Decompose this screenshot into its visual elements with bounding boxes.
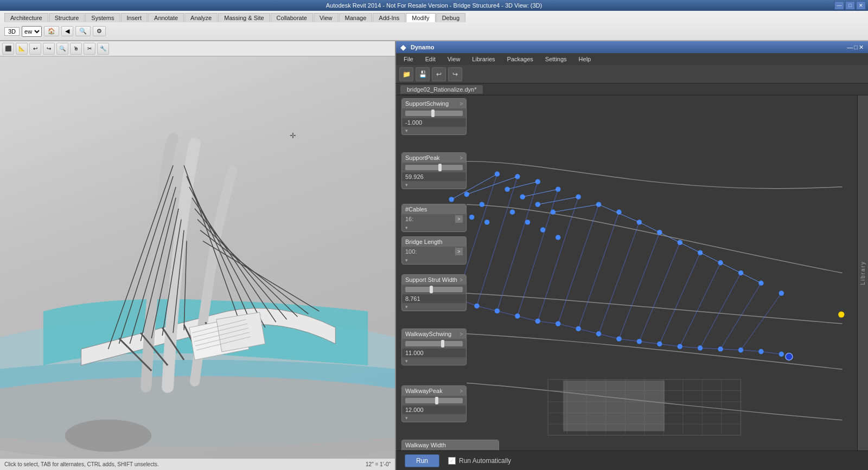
run-button[interactable]: Run	[405, 454, 439, 467]
walkway-peak-arrow[interactable]: >	[459, 388, 463, 394]
tool-btn-2[interactable]: 📐	[16, 43, 28, 55]
minimize-btn[interactable]: —	[834, 1, 844, 10]
view-select[interactable]: ew	[22, 26, 42, 37]
menu-edit[interactable]: Edit	[420, 55, 441, 63]
walkway-schwing-expand[interactable]: ▾	[402, 357, 466, 365]
node-walkway-width: Walkway Width Vector.ByCoordinates(-4..4…	[401, 440, 499, 450]
walkway-schwing-slider[interactable]	[405, 341, 463, 346]
tab-collaborate[interactable]: Collaborate	[271, 13, 313, 22]
svg-line-98	[599, 204, 640, 222]
svg-line-93	[467, 177, 518, 195]
ribbon-btn-settings[interactable]: ⚙	[93, 26, 106, 36]
support-peak-slider[interactable]	[405, 165, 463, 170]
tool-btn-7[interactable]: ✂	[84, 43, 95, 55]
tab-analyze[interactable]: Analyze	[184, 13, 218, 22]
tab-modify[interactable]: Modify	[406, 13, 435, 22]
view-type-label: 3D	[4, 27, 20, 36]
bridge-length-step-btn[interactable]: >	[455, 248, 463, 255]
tab-systems[interactable]: Systems	[85, 13, 120, 22]
dynamo-menu: File Edit View Libraries Packages Settin…	[396, 53, 868, 65]
menu-view[interactable]: View	[442, 55, 466, 63]
node-support-peak: SupportPeak > 59.926 ▾	[401, 152, 467, 189]
menu-settings[interactable]: Settings	[540, 55, 572, 63]
dynamo-redo-btn[interactable]: ↪	[448, 67, 462, 81]
node-header-support-schwing: SupportSchwing >	[402, 99, 466, 108]
tab-architecture[interactable]: Architecture	[4, 13, 48, 22]
svg-line-108	[578, 212, 619, 329]
ribbon-btn-back[interactable]: ◀	[61, 26, 73, 36]
svg-line-119	[497, 311, 517, 316]
tab-insert[interactable]: Insert	[121, 13, 148, 22]
cables-step-btn[interactable]: >	[455, 215, 463, 223]
dynamo-open-btn[interactable]: 📁	[399, 67, 413, 81]
node-arrow[interactable]: >	[459, 101, 463, 107]
tool-btn-8[interactable]: 🔧	[97, 43, 109, 55]
dynamo-max-btn[interactable]: □	[854, 44, 858, 51]
dynamo-toolbar: 📁 💾 ↩ ↪	[396, 65, 868, 83]
dynamo-undo-btn[interactable]: ↩	[432, 67, 446, 81]
node-header-walkway-schwing: WalkwaySchwing >	[402, 329, 466, 339]
dynamo-save-btn[interactable]: 💾	[416, 67, 430, 81]
support-schwing-value: -1.000	[402, 118, 466, 127]
ribbon-btn-home[interactable]: 🏠	[44, 26, 59, 36]
walkway-peak-slider[interactable]	[405, 398, 463, 403]
strut-width-arrow[interactable]: >	[459, 277, 463, 283]
tab-debug[interactable]: Debug	[436, 13, 465, 22]
dynamo-canvas[interactable]: Library SupportSchwing > -1.000 ▾ Suppor…	[396, 95, 868, 450]
tool-btn-6[interactable]: 🖱	[70, 43, 82, 55]
svg-line-110	[619, 233, 660, 339]
library-sidebar[interactable]: Library	[857, 95, 868, 450]
svg-point-48	[576, 194, 580, 199]
svg-line-129	[700, 348, 720, 349]
support-schwing-slider[interactable]	[405, 111, 463, 116]
svg-point-38	[535, 202, 540, 207]
svg-rect-91	[563, 381, 665, 432]
node-peak-arrow[interactable]: >	[459, 155, 463, 161]
maximize-btn[interactable]: □	[845, 1, 855, 10]
tool-btn-3[interactable]: ↩	[29, 43, 41, 55]
svg-line-113	[680, 263, 720, 346]
node-walkway-peak: WalkwayPeak > 12.000 ▾	[401, 385, 467, 422]
strut-width-slider[interactable]	[405, 287, 463, 292]
dynamo-close-btn[interactable]: ✕	[859, 44, 864, 51]
bridge-length-input-row: 100: >	[402, 247, 466, 256]
menu-help[interactable]: Help	[573, 55, 597, 63]
tool-btn-1[interactable]: ⬛	[2, 43, 14, 55]
walkway-peak-expand[interactable]: ▾	[402, 414, 466, 422]
tab-massing[interactable]: Massing & Site	[218, 13, 270, 22]
menu-libraries[interactable]: Libraries	[467, 55, 500, 63]
svg-line-95	[522, 189, 558, 197]
tool-btn-4[interactable]: ↪	[43, 43, 55, 55]
dynamo-bottom-bar: Run ✓ Run Automatically	[396, 450, 868, 470]
tab-addins[interactable]: Add-Ins	[373, 13, 405, 22]
cables-expand[interactable]: ▾	[402, 224, 466, 231]
node-header-cables: #Cables	[402, 204, 466, 214]
viewport[interactable]: ✛	[0, 56, 395, 458]
menu-file[interactable]: File	[398, 55, 419, 63]
support-peak-expand[interactable]: ▾	[402, 181, 466, 189]
svg-text:✛: ✛	[290, 131, 296, 140]
strut-width-expand[interactable]: ▾	[402, 303, 466, 311]
svg-point-32	[464, 192, 469, 197]
revit-panel: ⬛ 📐 ↩ ↪ 🔍 🖱 ✂ 🔧	[0, 41, 396, 470]
tool-btn-5[interactable]: 🔍	[56, 43, 68, 55]
app-title: Autodesk Revit 2014 - Not For Resale Ver…	[326, 2, 542, 9]
tab-annotate[interactable]: Annotate	[148, 13, 184, 22]
dynamo-min-btn[interactable]: —	[847, 44, 853, 51]
support-schwing-expand[interactable]: ▾	[402, 127, 466, 134]
tab-view[interactable]: View	[314, 13, 339, 22]
svg-line-101	[720, 263, 761, 283]
dynamo-file-tab[interactable]: bridge02_Rationalize.dyn*	[400, 85, 483, 94]
bridge-length-expand[interactable]: ▾	[402, 256, 466, 264]
walkway-schwing-arrow[interactable]: >	[459, 331, 463, 337]
revit-toolbar: ⬛ 📐 ↩ ↪ 🔍 🖱 ✂ 🔧	[0, 41, 395, 56]
run-auto-checkbox[interactable]: ✓	[448, 457, 456, 465]
close-btn[interactable]: ✕	[856, 1, 866, 10]
tab-structure[interactable]: Structure	[49, 13, 85, 22]
menu-packages[interactable]: Packages	[502, 55, 539, 63]
tab-manage[interactable]: Manage	[339, 13, 373, 22]
ribbon-btn-zoom[interactable]: 🔍	[75, 26, 91, 36]
svg-line-130	[720, 349, 741, 350]
window-controls: — □ ✕	[834, 1, 866, 10]
svg-line-109	[599, 222, 640, 334]
